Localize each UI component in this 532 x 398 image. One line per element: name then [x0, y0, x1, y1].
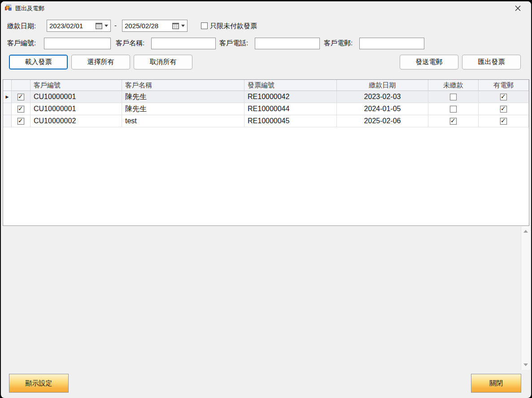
cell-customer-name: 陳先生 [122, 91, 244, 103]
close-button[interactable] [508, 2, 528, 14]
unpaid-only-label: 只限未付款發票 [210, 22, 257, 30]
cell-customer-id: CU10000001 [31, 103, 122, 115]
has-email-checkbox[interactable] [500, 94, 507, 100]
chevron-down-icon [181, 25, 185, 27]
calendar-icon [96, 23, 102, 29]
row-select-checkbox[interactable] [17, 94, 24, 100]
display-settings-button[interactable]: 顯示設定 [9, 374, 69, 393]
load-invoices-button[interactable]: 載入發票 [9, 55, 68, 69]
row-select-checkbox[interactable] [17, 106, 24, 112]
customer-phone-label: 客戶電話: [219, 39, 248, 48]
customer-name-label: 客戶名稱: [116, 39, 144, 48]
date-from-value: 2023/02/01 [49, 22, 96, 30]
cell-customer-id: CU10000002 [31, 115, 122, 127]
checkbox-column-header[interactable] [12, 80, 31, 91]
unpaid-only-checkbox[interactable] [201, 22, 208, 29]
date-from-picker[interactable]: 2023/02/01 [47, 20, 111, 32]
column-header-due-date[interactable]: 繳款日期 [337, 80, 428, 91]
calendar-icon [172, 23, 179, 29]
date-to-value: 2025/02/28 [125, 22, 172, 30]
cell-due-date: 2023-02-03 [337, 91, 428, 103]
row-selector[interactable]: ▶ [3, 91, 12, 103]
customer-name-input[interactable] [151, 38, 216, 49]
scroll-down-arrow-icon[interactable] [523, 363, 528, 366]
column-header-invoice-no[interactable]: 發票編號 [244, 80, 337, 91]
send-email-button[interactable]: 發送電郵 [400, 55, 458, 69]
table-row[interactable]: ▶ CU10000002 test RE10000045 2025-02-06 [3, 115, 529, 127]
select-all-button[interactable]: 選擇所有 [71, 55, 130, 69]
date-range-separator: - [114, 22, 117, 29]
cell-invoice-no: RE10000045 [244, 115, 337, 127]
form-icon [4, 4, 12, 11]
unpaid-checkbox[interactable] [450, 94, 457, 100]
date-to-picker[interactable]: 2025/02/28 [122, 20, 188, 32]
has-email-checkbox[interactable] [500, 118, 507, 125]
customer-phone-input[interactable] [255, 38, 320, 49]
cell-customer-name: 陳先生 [122, 103, 244, 115]
close-dialog-button[interactable]: 關閉 [471, 374, 521, 393]
column-header-customer-id[interactable]: 客戶編號 [31, 80, 122, 91]
customer-id-label: 客戶編號: [7, 39, 36, 48]
row-selector[interactable]: ▶ [3, 115, 12, 127]
cell-due-date: 2024-01-05 [337, 103, 428, 115]
current-row-arrow-icon: ▶ [6, 95, 9, 99]
cell-due-date: 2025-02-06 [337, 115, 428, 127]
close-icon [515, 5, 521, 11]
row-header-column [3, 80, 12, 91]
customer-id-input[interactable] [44, 38, 111, 49]
cell-invoice-no: RE10000044 [244, 103, 337, 115]
scroll-up-arrow-icon[interactable] [523, 230, 528, 233]
row-select-checkbox[interactable] [17, 118, 24, 125]
title-bar: 匯出及電郵 [1, 1, 531, 15]
customer-email-input[interactable] [359, 38, 424, 49]
column-header-unpaid[interactable]: 未繳款 [428, 80, 479, 91]
unpaid-checkbox[interactable] [450, 118, 457, 125]
export-invoices-button[interactable]: 匯出發票 [462, 55, 521, 69]
due-date-label: 繳款日期: [7, 22, 36, 30]
vertical-scrollbar[interactable] [521, 226, 530, 370]
column-header-has-email[interactable]: 有電郵 [479, 80, 529, 91]
export-email-dialog: 匯出及電郵 繳款日期: 2023/02/01 - 2025/02/28 只限未付… [1, 1, 531, 398]
deselect-all-button[interactable]: 取消所有 [134, 55, 192, 69]
cell-invoice-no: RE10000042 [244, 91, 337, 103]
invoice-grid: 客戶編號 客戶名稱 發票編號 繳款日期 未繳款 有電郵 ▶ CU10000001… [3, 79, 529, 226]
table-row[interactable]: ▶ CU10000001 陳先生 RE10000044 2024-01-05 [3, 103, 529, 115]
chevron-down-icon [105, 25, 108, 27]
cell-customer-id: CU10000001 [31, 91, 122, 103]
row-selector[interactable]: ▶ [3, 103, 12, 115]
cell-customer-name: test [122, 115, 244, 127]
column-header-customer-name[interactable]: 客戶名稱 [122, 80, 244, 91]
grid-header-row: 客戶編號 客戶名稱 發票編號 繳款日期 未繳款 有電郵 [3, 80, 529, 91]
window-title: 匯出及電郵 [15, 4, 44, 13]
table-row[interactable]: ▶ CU10000001 陳先生 RE10000042 2023-02-03 [3, 91, 529, 103]
unpaid-checkbox[interactable] [450, 106, 457, 112]
has-email-checkbox[interactable] [500, 106, 507, 112]
customer-email-label: 客戶電郵: [324, 39, 353, 48]
